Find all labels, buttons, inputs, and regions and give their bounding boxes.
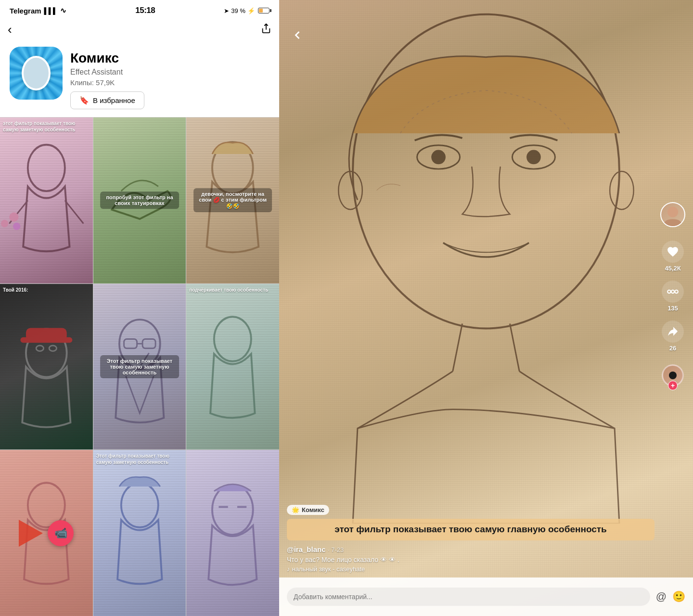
comment-count: 135 <box>667 305 678 312</box>
status-right: ➤ 39 % ⚡ <box>224 7 270 14</box>
cell-3-text: девочки, посмотрите на свои 💋 с этим фил… <box>193 188 272 212</box>
creator-avatar <box>660 202 685 227</box>
like-count: 45,2К <box>665 265 680 272</box>
svg-point-19 <box>121 483 158 527</box>
tiktok-caption: этот фильтр показывает твою самую главну… <box>294 524 648 536</box>
svg-point-35 <box>667 290 671 294</box>
tiktok-description: Что у вас? Мое лицо сказало 👁 👁 . <box>287 556 654 564</box>
like-action[interactable]: 45,2К <box>662 241 684 272</box>
svg-point-11 <box>49 346 56 351</box>
comment-action[interactable]: 135 <box>662 281 684 312</box>
svg-point-34 <box>675 290 678 294</box>
svg-point-33 <box>671 290 675 294</box>
tiktok-username[interactable]: @ira_blanc <box>287 545 326 553</box>
svg-point-27 <box>526 150 541 165</box>
signal-icon: ▌▌▌ <box>44 7 58 14</box>
video-cell-3[interactable]: девочки, посмотрите на свои 💋 с этим фил… <box>186 117 279 283</box>
user-info-line: @ira_blanc · 7-23 <box>287 545 654 554</box>
svg-rect-9 <box>20 337 72 343</box>
video-cell-9[interactable] <box>186 450 279 616</box>
svg-point-5 <box>13 223 20 230</box>
filter-tag[interactable]: 🌟 Комикс <box>287 505 329 515</box>
tiktok-avatar-item[interactable]: + <box>660 202 685 227</box>
svg-line-29 <box>510 324 519 372</box>
cell-2-text: попробуй этот фильтр на своих татуировка… <box>100 192 179 209</box>
tiktok-actions: + 45,2К 135 26 <box>660 202 685 386</box>
status-bar: Telegram ▌▌▌ ∿ 15:18 ➤ 39 % ⚡ <box>0 0 279 19</box>
video-cell-4[interactable]: Твой 2016: <box>0 284 93 450</box>
record-button[interactable]: 📹 <box>48 520 74 546</box>
svg-point-32 <box>667 206 678 217</box>
svg-point-17 <box>214 317 251 361</box>
cell-4-text: Твой 2016: <box>3 287 90 293</box>
filter-name: Комикс <box>302 506 324 513</box>
app-name: Комикс <box>70 51 144 66</box>
carrier-label: Telegram <box>10 7 41 15</box>
tiktok-back-button[interactable] <box>289 26 306 44</box>
record-overlay: 📹 <box>0 450 93 616</box>
svg-rect-14 <box>142 339 155 348</box>
like-icon <box>662 241 684 263</box>
video-cell-5[interactable]: Этот фильтр показывает твою самую заметн… <box>93 284 186 450</box>
caption-box: этот фильтр показывает твою самую главну… <box>287 519 654 540</box>
svg-point-10 <box>36 346 43 351</box>
svg-point-3 <box>9 212 18 221</box>
battery-icon <box>258 8 270 13</box>
location-icon: ➤ <box>224 7 229 14</box>
tiktok-music[interactable]: ♪ нальный звук - caseyhate <box>287 565 654 573</box>
share-count: 26 <box>669 345 676 352</box>
follow-plus-icon[interactable]: + <box>668 381 678 390</box>
cell-6-text: подчёркивает твою особенность <box>189 287 276 293</box>
mention-icon[interactable]: @ <box>656 590 667 603</box>
share-icon <box>662 321 684 343</box>
right-panel: + 45,2К 135 26 <box>279 0 693 616</box>
app-developer: Effect Assistant <box>70 68 144 77</box>
svg-rect-13 <box>124 339 137 348</box>
svg-point-26 <box>431 150 446 165</box>
svg-point-31 <box>610 171 633 209</box>
status-left: Telegram ▌▌▌ ∿ <box>10 6 66 15</box>
video-grid: этот фильтр показывает твою самую заметн… <box>0 117 279 616</box>
record-arrow-icon <box>19 520 43 547</box>
video-cell-1[interactable]: этот фильтр показывает твою самую заметн… <box>0 117 93 283</box>
bookmark-icon: 🔖 <box>79 96 89 105</box>
comment-icon <box>662 281 684 303</box>
video-cell-7[interactable]: 📹 <box>0 450 93 616</box>
wifi-icon: ∿ <box>60 6 66 15</box>
svg-line-28 <box>453 324 462 372</box>
battery-pct: 39 % <box>231 7 245 14</box>
nav-bar: ‹ <box>0 19 279 42</box>
back-button[interactable]: ‹ <box>8 22 12 37</box>
video-cell-2[interactable]: попробуй этот фильтр на своих татуировка… <box>93 117 186 283</box>
app-clips: Клипы: 57,9K <box>70 78 144 87</box>
emoji-icon[interactable]: 🙂 <box>672 590 685 603</box>
comment-bar: @ 🙂 <box>279 578 693 616</box>
svg-point-4 <box>1 220 8 227</box>
filter-emoji: 🌟 <box>292 506 299 513</box>
app-details: Комикс Effect Assistant Клипы: 57,9K 🔖 В… <box>70 47 144 109</box>
cell-8-text: Этот фильтр показывает твою самую заметн… <box>96 453 183 465</box>
favorite-button[interactable]: 🔖 В избранное <box>70 91 144 109</box>
share-action[interactable]: 26 <box>662 321 684 352</box>
time-display: 15:18 <box>135 6 155 15</box>
music-note-icon: ♪ <box>287 565 290 573</box>
favorite-label: В избранное <box>93 96 135 104</box>
cell-1-text: этот фильтр показывает твою самую заметн… <box>3 120 90 133</box>
app-info: Комикс Effect Assistant Клипы: 57,9K 🔖 В… <box>0 42 279 117</box>
svg-point-20 <box>212 485 253 535</box>
share-button[interactable] <box>261 23 271 37</box>
cell-5-text: Этот фильтр показывает твою самую заметн… <box>100 355 179 378</box>
svg-point-0 <box>28 145 65 191</box>
left-panel: Telegram ▌▌▌ ∿ 15:18 ➤ 39 % ⚡ ‹ Коми <box>0 0 279 616</box>
comment-input[interactable] <box>287 588 650 606</box>
video-cell-8[interactable]: Этот фильтр показывает твою самую заметн… <box>93 450 186 616</box>
tiktok-time: · 7-23 <box>328 546 344 553</box>
tiktok-bottom: 🌟 Комикс этот фильтр показывает твою сам… <box>287 505 654 573</box>
charging-icon: ⚡ <box>247 7 255 14</box>
music-label: нальный звук - caseyhate <box>292 565 365 573</box>
app-icon <box>10 47 63 100</box>
comment-icons: @ 🙂 <box>656 590 685 603</box>
video-cell-6[interactable]: подчёркивает твою особенность <box>186 284 279 450</box>
